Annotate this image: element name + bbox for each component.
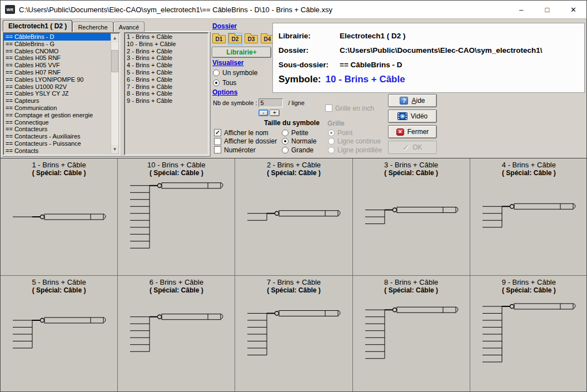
folder-list-item[interactable]: == Communication <box>4 105 111 112</box>
symbol-list-item[interactable]: 7 - Brins + Câble <box>125 83 207 91</box>
folder-list-item[interactable]: == Cables YSLY CY JZ <box>4 90 111 97</box>
dossier-buttons: D1D2D3D4 <box>212 33 275 45</box>
preview-cell-5-brins-cable[interactable]: 5 - Brins + Câble( Spécial: Câble ) <box>1 276 118 392</box>
radio-icon <box>213 80 220 86</box>
visualiser-link[interactable]: Visualiser <box>212 59 243 67</box>
folder-list-item[interactable]: == CâbleBrins - D <box>4 33 111 41</box>
symbol-list-item[interactable]: 10 - Brins + Câble <box>125 41 207 48</box>
folder-list-item[interactable]: == Cables H07 RNF <box>4 69 111 76</box>
scrollbar-track[interactable] <box>111 42 118 145</box>
folder-icon: D3 <box>245 35 258 43</box>
symbol-list-item[interactable]: 1 - Brins + Câble <box>125 33 207 41</box>
folder-list: == CâbleBrins - D== CâbleBrins - G== Cab… <box>3 32 120 155</box>
radio-label: Grande <box>291 146 314 154</box>
radio-un-symbole[interactable]: Un symbole <box>213 68 257 78</box>
preview-cell-subtitle: ( Spécial: Câble ) <box>118 286 235 294</box>
preview-cell-title: 6 - Brins + Câble <box>118 278 235 286</box>
preview-cell-3-brins-cable[interactable]: 3 - Brins + Câble( Spécial: Câble ) <box>353 158 470 276</box>
radio-tous[interactable]: Tous <box>213 78 257 88</box>
dossier-value: C:\Users\Public\Documents\Elec-CAO\sym_e… <box>340 46 543 54</box>
button-label: Aide <box>411 97 425 105</box>
tab-electrotech1-d2[interactable]: Electrotech1 ( D2 ) <box>3 20 72 32</box>
close-icon: ✕ <box>396 128 404 136</box>
folder-list-item[interactable]: == Cables CNOMO <box>4 48 111 55</box>
symbol-list-item[interactable]: 8 - Brins + Câble <box>125 90 207 97</box>
preview-cell-subtitle: ( Spécial: Câble ) <box>353 169 470 177</box>
preview-cell-subtitle: ( Spécial: Câble ) <box>235 286 352 294</box>
symbol-list-item[interactable]: 3 - Brins + Câble <box>125 54 207 62</box>
symbol-list-item[interactable]: 4 - Brins + Câble <box>125 62 207 69</box>
info-sous-dossier-row: Sous-dossier: == CâbleBrins - D <box>278 57 579 72</box>
aide-button[interactable]: ?Aide <box>388 94 437 107</box>
radio-icon <box>328 147 335 153</box>
folder-list-item[interactable]: == Connectique <box>4 119 111 126</box>
info-panel: Librairie: Electrotech1 ( D2 ) Dossier: … <box>272 23 585 93</box>
folder-list-item[interactable]: == Comptage et gestion energie <box>4 112 111 119</box>
radio-icon <box>328 130 335 136</box>
close-window-button[interactable]: ✕ <box>560 1 586 18</box>
dossier-link[interactable]: Dossier <box>212 22 237 30</box>
folder-list-item[interactable]: == Contacteurs <box>4 126 111 133</box>
radio-grande[interactable]: Grande <box>282 146 316 155</box>
maximize-button[interactable]: □ <box>534 1 560 18</box>
preview-cell-2-brins-cable[interactable]: 2 - Brins + Câble( Spécial: Câble ) <box>235 158 352 276</box>
scroll-up-icon[interactable]: ▲ <box>111 34 118 42</box>
dossier-button-d2[interactable]: D2 <box>228 33 242 45</box>
options-link[interactable]: Options <box>212 88 237 96</box>
checkbox-afficher-le-dossier[interactable]: Afficher le dossier <box>214 137 277 146</box>
increment-button[interactable]: + <box>270 110 280 116</box>
folder-list-item[interactable]: == Contacteurs - Puissance <box>4 140 111 147</box>
dossier-button-d3[interactable]: D3 <box>244 33 258 45</box>
folder-list-item[interactable]: == Contacts <box>4 147 111 155</box>
symbol-list-item[interactable]: 2 - Brins + Câble <box>125 48 207 55</box>
radio-icon <box>213 70 220 76</box>
help-icon: ? <box>400 97 408 105</box>
preview-cell-6-brins-cable[interactable]: 6 - Brins + Câble( Spécial: Câble ) <box>118 276 235 392</box>
dossier-button-d1[interactable]: D1 <box>212 33 226 45</box>
radio-petite[interactable]: Petite <box>282 128 316 137</box>
video-button[interactable]: Vidéo <box>388 110 437 123</box>
folder-list-item[interactable]: == CâbleBrins - G <box>4 41 111 48</box>
librairie-plus-button[interactable]: Librairie+ <box>212 47 271 58</box>
sous-dossier-value: == CâbleBrins - D <box>340 61 402 69</box>
symbol-list-item[interactable]: 5 - Brins + Câble <box>125 69 207 76</box>
scrollbar-thumb[interactable] <box>111 50 118 72</box>
folder-list-item[interactable]: == Cables H05 VVF <box>4 62 111 69</box>
nb-symbole-label: Nb de symbole : <box>213 100 257 106</box>
preview-cell-subtitle: ( Spécial: Câble ) <box>470 286 587 294</box>
radio-normale[interactable]: Normale <box>282 137 316 146</box>
nb-symbole-input[interactable] <box>258 98 283 107</box>
radio-label: Ligne continue <box>337 137 381 145</box>
minimize-button[interactable]: – <box>508 1 534 18</box>
preview-cell-1-brins-cable[interactable]: 1 - Brins + Câble( Spécial: Câble ) <box>1 158 118 276</box>
app-window: WR C:\Users\Public\Documents\Elec-CAO\sy… <box>0 0 587 392</box>
folder-list-item[interactable]: == Cables U1000 R2V <box>4 83 111 91</box>
preview-cell-7-brins-cable[interactable]: 7 - Brins + Câble( Spécial: Câble ) <box>235 276 352 392</box>
checkbox-numeroter[interactable]: Numéroter <box>214 146 277 155</box>
decrement-button[interactable]: - <box>258 110 268 116</box>
folder-list-item[interactable]: == Cables H05 RNF <box>4 54 111 62</box>
title-bar: WR C:\Users\Public\Documents\Elec-CAO\sy… <box>1 1 586 19</box>
tab-recherche[interactable]: Recherche <box>72 22 113 32</box>
scroll-down-icon[interactable]: ▼ <box>111 145 118 153</box>
symbol-list-item[interactable]: 6 - Brins + Câble <box>125 76 207 83</box>
preview-cell-title: 8 - Brins + Câble <box>353 278 470 286</box>
symbol-preview-grid: 1 - Brins + Câble( Spécial: Câble )10 - … <box>1 158 587 392</box>
preview-cell-8-brins-cable[interactable]: 8 - Brins + Câble( Spécial: Câble ) <box>353 276 470 392</box>
checkbox-afficher-le-nom[interactable]: ✓Afficher le nom <box>214 128 277 137</box>
folder-list-scrollbar[interactable]: ▲ ▼ <box>111 33 119 154</box>
fermer-button[interactable]: ✕Fermer <box>388 125 437 138</box>
folder-list-item[interactable]: == Capteurs <box>4 97 111 105</box>
tab-avance[interactable]: Avancé <box>113 22 145 32</box>
radio-icon <box>282 130 288 136</box>
folder-list-item[interactable]: == Cables LYONIPOMPE 90 <box>4 76 111 83</box>
button-label: OK <box>412 143 422 151</box>
preview-cell-10-brins-cable[interactable]: 10 - Brins + Câble( Spécial: Câble ) <box>118 158 235 276</box>
preview-cell-subtitle: ( Spécial: Câble ) <box>1 169 117 177</box>
preview-cell-4-brins-cable[interactable]: 4 - Brins + Câble( Spécial: Câble ) <box>470 158 587 276</box>
symbol-list-item[interactable]: 9 - Brins + Câble <box>125 97 207 105</box>
preview-cell-9-brins-cable[interactable]: 9 - Brins + Câble( Spécial: Câble ) <box>470 276 587 392</box>
preview-cell-title: 9 - Brins + Câble <box>470 278 587 286</box>
folder-list-item[interactable]: == Contacteurs - Auxiliaires <box>4 133 111 140</box>
window-controls: – □ ✕ <box>508 1 586 18</box>
